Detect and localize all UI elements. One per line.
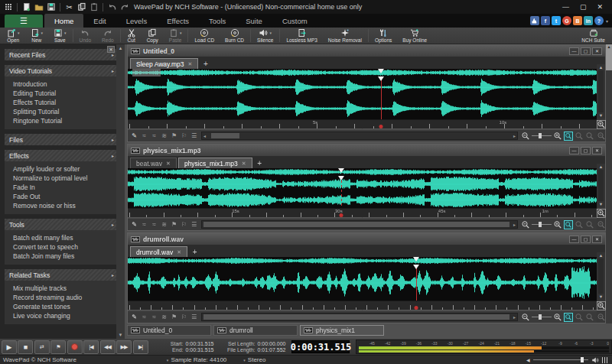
vertical-scrollbar[interactable]: ▲▼ xyxy=(597,252,605,300)
sidebar-item-convert-text-to-speech[interactable]: Convert text to speech xyxy=(5,242,119,252)
list-icon[interactable]: ☰ xyxy=(190,314,198,320)
copy-icon[interactable] xyxy=(76,2,86,12)
scroll-right-icon[interactable]: ▸ xyxy=(512,314,517,320)
sidebar-item-remove-noise-or-hiss[interactable]: Remove noise or hiss xyxy=(5,201,119,210)
mdi-scroll-thumb[interactable]: ▲ xyxy=(606,44,612,70)
horizontal-scrollbar[interactable]: ◂▸ xyxy=(201,313,518,321)
sidebar-item-splitting-tutorial[interactable]: Splitting Tutorial xyxy=(5,107,119,116)
record-button[interactable] xyxy=(67,340,83,354)
save-button[interactable]: ▾Save xyxy=(48,28,72,44)
wave-edit-icon[interactable]: ≈ xyxy=(140,221,148,228)
scroll-up-icon[interactable]: ▲ xyxy=(599,164,603,170)
sidebar-item-effects-tutorial[interactable]: Effects Tutorial xyxy=(5,98,119,107)
dropdown-icon[interactable]: ▾ xyxy=(41,28,44,37)
open-button[interactable]: ▾Open xyxy=(2,28,25,44)
overview-waveform[interactable] xyxy=(128,168,597,176)
channel-mode-selector[interactable]: ▾Stereo xyxy=(243,356,265,363)
editor-titlebar[interactable]: drumroll.wav—▢✕ xyxy=(128,233,605,245)
scroll-down-icon[interactable]: ▼ xyxy=(599,294,603,300)
overview-strip[interactable] xyxy=(128,168,597,176)
wave-multi-icon[interactable]: ≋ xyxy=(160,314,168,320)
overview-waveform[interactable] xyxy=(128,257,597,265)
v-scroll-track[interactable] xyxy=(598,258,604,294)
tab-close-icon[interactable]: ✕ xyxy=(177,249,181,255)
new-tab-button[interactable]: + xyxy=(200,58,211,69)
zoom-reset-icon[interactable] xyxy=(585,313,594,322)
close-icon[interactable]: ✕ xyxy=(592,47,602,55)
wave-join-icon[interactable]: ≈ xyxy=(150,314,158,320)
dropdown-icon[interactable]: ▾ xyxy=(269,28,272,37)
paste-icon[interactable] xyxy=(89,2,99,12)
copy-button[interactable]: Copy xyxy=(142,28,164,44)
silence-button[interactable]: ▾Silence xyxy=(252,28,278,44)
expand-arrow-icon[interactable]: ▸ xyxy=(112,68,114,73)
scroll-down-icon[interactable]: ▼ xyxy=(119,331,123,339)
maximize-icon[interactable]: ▢ xyxy=(581,236,591,243)
blogger-icon[interactable]: B xyxy=(573,16,582,25)
minimize-icon[interactable]: — xyxy=(569,236,579,243)
wave-edit-icon[interactable]: ≈ xyxy=(140,132,148,139)
waveform-canvas[interactable] xyxy=(128,265,597,301)
expand-arrow-icon[interactable]: ▸ xyxy=(112,137,114,142)
v-zoom-out-icon[interactable] xyxy=(597,132,606,141)
zoom-reset-icon[interactable] xyxy=(585,132,594,141)
sidebar-close-icon[interactable]: ✕ xyxy=(107,46,115,53)
zoom-full-icon[interactable] xyxy=(564,313,573,322)
sample-rate-selector[interactable]: ▾Sample Rate: 44100 xyxy=(167,356,226,363)
options-button[interactable]: Options xyxy=(369,28,397,44)
cut-button[interactable]: Cut xyxy=(122,28,142,44)
v-zoom-in-icon[interactable] xyxy=(597,209,606,218)
scroll-down-icon[interactable]: ▼ xyxy=(599,112,603,119)
waveform-canvas[interactable] xyxy=(128,176,597,208)
sidebar-item-ringtone-tutorial[interactable]: Ringtone Tutorial xyxy=(5,116,119,125)
pencil-icon[interactable]: ✎ xyxy=(130,314,138,320)
burn-cd-button[interactable]: Burn CD xyxy=(220,28,249,44)
sidebar-item-record-streaming-audio[interactable]: Record streaming audio xyxy=(5,293,119,302)
new-tab-button[interactable]: + xyxy=(254,158,265,168)
tab-levels[interactable]: Levels xyxy=(116,14,157,28)
expand-arrow-icon[interactable]: ▸ xyxy=(112,153,114,158)
dropdown-icon[interactable]: ▾ xyxy=(18,28,20,37)
flag-start-icon[interactable]: ⚑ xyxy=(170,221,178,228)
sidebar-item-normalize-to-optimal-level[interactable]: Normalize to optimal level xyxy=(5,174,119,183)
section-header[interactable]: Tools▸ xyxy=(5,219,119,230)
googleplus-icon[interactable]: G xyxy=(562,16,571,25)
menu-grid-icon[interactable] xyxy=(3,2,13,12)
mixer-icon[interactable] xyxy=(602,357,608,363)
flag-end-icon[interactable]: ⚐ xyxy=(180,221,188,228)
list-icon[interactable]: ☰ xyxy=(190,221,198,228)
zoom-slider[interactable] xyxy=(532,314,552,320)
lossless-mp3-button[interactable]: Lossless MP3 xyxy=(281,28,322,44)
flag-end-icon[interactable]: ⚐ xyxy=(180,314,188,320)
file-tab[interactable]: beat.wav✕ xyxy=(130,158,177,168)
overview-waveform[interactable] xyxy=(128,69,597,76)
horizontal-scrollbar[interactable]: ◂▸ xyxy=(201,220,518,229)
dropdown-icon[interactable]: ▾ xyxy=(180,28,182,37)
sidebar-item-fade-out[interactable]: Fade Out xyxy=(5,192,119,201)
mdi-scrollbar[interactable]: ▲ xyxy=(606,44,612,323)
load-cd-button[interactable]: Load CD xyxy=(189,28,220,44)
rewind-button[interactable]: ◀◀ xyxy=(100,340,116,354)
wave-multi-icon[interactable]: ≋ xyxy=(160,221,168,228)
expand-arrow-icon[interactable]: ▸ xyxy=(112,222,114,227)
sidebar-item-mix-multiple-tracks[interactable]: Mix multiple tracks xyxy=(5,284,119,293)
scroll-up-icon[interactable]: ▲ xyxy=(119,44,123,52)
task-button-drumroll[interactable]: drumroll xyxy=(213,325,298,336)
tab-home[interactable]: Home xyxy=(44,14,83,28)
zoom-slider[interactable] xyxy=(532,221,552,228)
close-icon[interactable]: ✕ xyxy=(592,147,602,154)
stop-button[interactable]: ■ xyxy=(18,340,33,354)
pencil-icon[interactable]: ✎ xyxy=(130,221,138,228)
new-file-icon[interactable] xyxy=(21,2,31,12)
zoom-in-icon[interactable] xyxy=(553,220,562,229)
fast-forward-button[interactable]: ▶▶ xyxy=(116,340,132,354)
v-zoom-in-icon[interactable] xyxy=(597,301,606,310)
like-icon[interactable] xyxy=(530,16,539,25)
noise-removal-button[interactable]: Noise Removal xyxy=(323,28,367,44)
tab-effects[interactable]: Effects xyxy=(157,14,199,28)
v-zoom-out-icon[interactable] xyxy=(597,313,606,322)
cut-icon[interactable]: ✂ xyxy=(64,2,74,12)
overview-strip[interactable] xyxy=(128,69,597,76)
file-tab[interactable]: drumroll.wav✕ xyxy=(130,246,187,257)
expand-arrow-icon[interactable]: ▸ xyxy=(112,52,114,57)
